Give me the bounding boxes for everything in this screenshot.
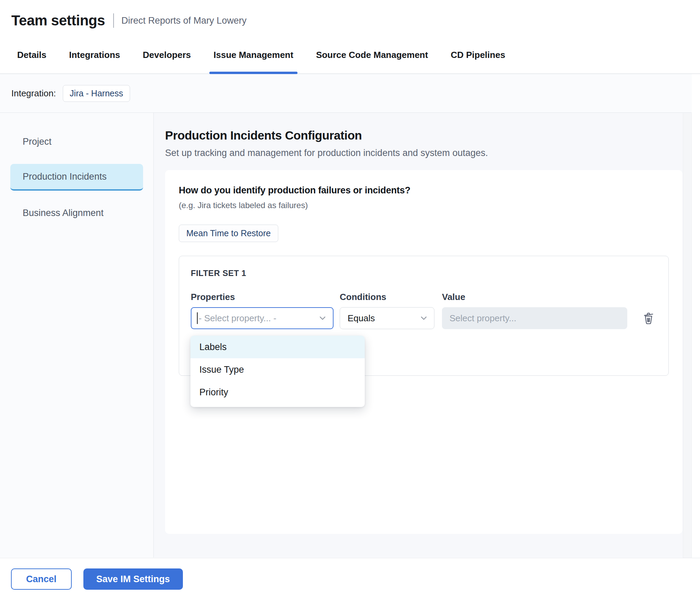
text-cursor: [197, 312, 198, 324]
sidebar-item-project[interactable]: Project: [10, 128, 143, 155]
page-header: Team settings Direct Reports of Mary Low…: [0, 0, 700, 36]
team-name-subtitle: Direct Reports of Mary Lowery: [121, 15, 247, 26]
integration-label: Integration:: [11, 88, 56, 99]
incidents-config-card: How do you identify production failures …: [165, 170, 682, 534]
page-title: Team settings: [11, 12, 105, 29]
settings-sidebar: Project Production Incidents Business Al…: [0, 113, 154, 557]
properties-column-label: Properties: [191, 292, 340, 302]
main-content: Production Incidents Configuration Set u…: [154, 113, 700, 557]
trash-icon: [642, 311, 655, 325]
dropdown-option-priority[interactable]: Priority: [190, 381, 365, 404]
identify-incidents-hint: (e.g. Jira tickets labeled as failures): [179, 201, 669, 210]
condition-select[interactable]: Equals: [340, 307, 434, 329]
integration-strip: Integration: Jira - Harness: [0, 74, 700, 113]
conditions-column-label: Conditions: [340, 292, 442, 302]
scroll-gutter: [692, 74, 700, 558]
cancel-button[interactable]: Cancel: [11, 568, 72, 590]
dropdown-option-labels[interactable]: Labels: [190, 336, 365, 358]
section-subtitle: Set up tracking and management for produ…: [165, 148, 700, 158]
delete-filter-button[interactable]: [642, 311, 655, 325]
title-separator: [113, 13, 114, 28]
property-select[interactable]: - Select property... -: [191, 307, 334, 329]
filter-set-card: FILTER SET 1 Properties Conditions Value…: [179, 256, 669, 376]
identify-incidents-question: How do you identify production failures …: [179, 185, 669, 196]
integration-chip[interactable]: Jira - Harness: [63, 85, 130, 102]
condition-selected-value: Equals: [348, 313, 375, 324]
tab-integrations[interactable]: Integrations: [67, 50, 122, 73]
value-input[interactable]: [442, 307, 627, 329]
section-title: Production Incidents Configuration: [165, 129, 700, 142]
tab-cd-pipelines[interactable]: CD Pipelines: [448, 50, 507, 73]
property-dropdown-menu: Labels Issue Type Priority: [190, 336, 365, 407]
tab-source-code-management[interactable]: Source Code Management: [314, 50, 430, 73]
value-column-label: Value: [442, 292, 627, 302]
footer-actions: Cancel Save IM Settings: [0, 558, 700, 600]
settings-tabbar: Details Integrations Developers Issue Ma…: [0, 36, 700, 74]
tab-issue-management[interactable]: Issue Management: [211, 50, 295, 73]
tab-developers[interactable]: Developers: [141, 50, 193, 73]
chevron-down-icon: [420, 314, 428, 322]
scrollbar-track[interactable]: [683, 113, 692, 558]
save-im-settings-button[interactable]: Save IM Settings: [83, 568, 183, 590]
mean-time-to-restore-tab[interactable]: Mean Time to Restore: [179, 225, 278, 242]
sidebar-item-production-incidents[interactable]: Production Incidents: [10, 164, 143, 191]
chevron-down-icon: [318, 314, 327, 322]
dropdown-option-issue-type[interactable]: Issue Type: [190, 358, 365, 381]
tab-details[interactable]: Details: [15, 50, 48, 73]
property-select-placeholder: - Select property... -: [199, 313, 276, 324]
filter-set-title: FILTER SET 1: [191, 268, 657, 278]
sidebar-item-business-alignment[interactable]: Business Alignment: [10, 200, 143, 226]
